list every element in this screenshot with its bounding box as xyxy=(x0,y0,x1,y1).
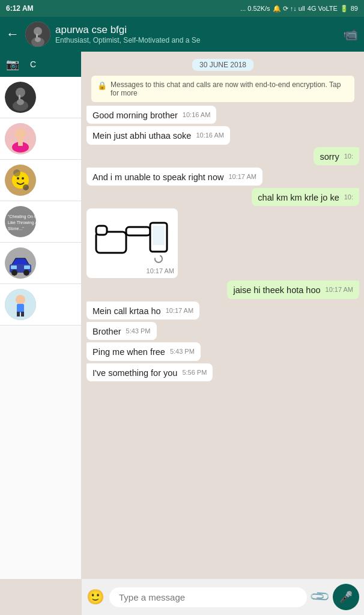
message-bubble: And i m unable to speak right now 10:17 … xyxy=(86,168,262,186)
message-bubble: Mein just abhi uthaa soke 10:16 AM xyxy=(86,126,230,144)
avatar xyxy=(5,289,36,320)
sticker-bubble: 10:17 AM xyxy=(86,208,178,278)
contact-avatar[interactable] xyxy=(25,22,50,47)
network-speed: ... 0.52K/s xyxy=(240,5,270,12)
message-bubble: Brother 5:43 PM xyxy=(86,322,157,340)
header-info: apurwa cse bfgi Enthusiast, Optimist, Se… xyxy=(55,24,338,44)
sticker-image xyxy=(90,212,174,266)
svg-point-18 xyxy=(13,169,20,177)
svg-text:Like Throwing Away: Like Throwing Away xyxy=(8,220,36,225)
svg-point-17 xyxy=(22,177,24,180)
lock-icon: 🔒 xyxy=(97,81,107,90)
svg-rect-34 xyxy=(21,312,24,317)
svg-rect-39 xyxy=(153,226,165,245)
message-bubble: jaise hi theek hota hoo 10:17 AM xyxy=(227,280,359,298)
svg-rect-13 xyxy=(18,139,23,146)
svg-rect-36 xyxy=(126,227,150,235)
message-bubble: sorry 10: xyxy=(314,147,359,165)
hand-sticker-icon xyxy=(93,214,171,265)
message-row: Brother 5:43 PM xyxy=(86,322,359,340)
message-row: Mein just abhi uthaa soke 10:16 AM xyxy=(86,126,359,144)
svg-text:"Cheating On Good Person: "Cheating On Good Person xyxy=(8,214,36,219)
status-indicators: ... 0.52K/s 🔔 ⟳ ↑↓ ull 4G VoLTE 🔋 89 xyxy=(240,5,358,13)
input-bar: 🙂 📎 🎤 xyxy=(82,579,364,615)
message-input[interactable] xyxy=(109,587,307,607)
signal-icons: 🔔 ⟳ ↑↓ ull xyxy=(273,5,305,13)
message-row: Good morning brother 10:16 AM xyxy=(86,106,359,124)
left-panel: 📷 C xyxy=(0,52,82,579)
avatar: "Cheating On Good Person Like Throwing A… xyxy=(5,206,36,237)
svg-point-9 xyxy=(17,99,24,105)
message-bubble: Good morning brother 10:16 AM xyxy=(86,106,216,124)
carrier: 4G VoLTE xyxy=(308,5,338,12)
message-row: Mein call krtaa ho 10:17 AM xyxy=(86,301,359,320)
message-row: And i m unable to speak right now 10:17 … xyxy=(86,168,359,186)
status-bar: 6:12 AM ... 0.52K/s 🔔 ⟳ ↑↓ ull 4G VoLTE … xyxy=(0,0,364,17)
left-panel-header: 📷 C xyxy=(0,52,81,77)
avatar xyxy=(5,82,36,113)
list-item[interactable]: "Cheating On Good Person Like Throwing A… xyxy=(0,201,81,243)
battery-level: 89 xyxy=(351,5,358,12)
svg-point-31 xyxy=(16,295,25,304)
svg-rect-32 xyxy=(17,304,24,312)
avatar xyxy=(5,247,36,279)
mic-icon: 🎤 xyxy=(339,590,353,604)
message-row: jaise hi theek hota hoo 10:17 AM xyxy=(86,280,359,298)
message-row: sorry 10: xyxy=(86,147,359,165)
list-item[interactable] xyxy=(0,284,81,326)
back-button[interactable]: ← xyxy=(6,26,19,42)
chat-header: ← apurwa cse bfgi Enthusiast, Optimist, … xyxy=(0,17,364,52)
avatar xyxy=(5,165,36,196)
status-time: 6:12 AM xyxy=(6,4,34,13)
date-badge: 30 JUNE 2018 xyxy=(86,59,359,71)
camera-icon[interactable]: 📷 xyxy=(6,58,19,71)
svg-point-4 xyxy=(35,37,41,42)
message-bubble: Ping me when free 5:43 PM xyxy=(86,342,201,360)
svg-rect-27 xyxy=(24,265,30,269)
svg-point-1 xyxy=(34,27,42,35)
mic-button[interactable]: 🎤 xyxy=(333,584,359,610)
emoji-button[interactable]: 🙂 xyxy=(86,589,105,605)
message-row: chal km km krle jo ke 10: xyxy=(86,188,359,206)
svg-point-19 xyxy=(23,184,29,190)
contact-name: apurwa cse bfgi xyxy=(55,24,338,36)
list-item[interactable] xyxy=(0,118,81,160)
svg-rect-37 xyxy=(96,226,107,235)
svg-point-28 xyxy=(11,270,17,276)
message-row: I've something for you 5:56 PM xyxy=(86,363,359,381)
message-bubble: I've something for you 5:56 PM xyxy=(86,363,213,381)
list-item[interactable] xyxy=(0,160,81,201)
message-row: Ping me when free 5:43 PM xyxy=(86,342,359,360)
message-row: 10:17 AM xyxy=(86,208,359,278)
svg-rect-33 xyxy=(17,312,20,317)
attach-icon[interactable]: 📎 xyxy=(309,586,331,608)
contact-status: Enthusiast, Optimist, Self-Motivated and… xyxy=(55,36,235,44)
svg-point-29 xyxy=(23,270,29,276)
chat-area: 30 JUNE 2018 🔒 Messages to this chat and… xyxy=(82,52,364,579)
message-bubble: Mein call krtaa ho 10:17 AM xyxy=(86,301,199,320)
battery-icon: 🔋 xyxy=(340,5,348,13)
encryption-notice: 🔒 Messages to this chat and calls are no… xyxy=(91,76,354,102)
svg-text:Stone...": Stone..." xyxy=(8,226,24,231)
video-call-icon[interactable]: 📹 xyxy=(343,27,358,41)
list-item[interactable] xyxy=(0,77,81,118)
avatar xyxy=(5,123,36,154)
list-item[interactable] xyxy=(0,243,81,284)
chats-label[interactable]: C xyxy=(30,59,36,69)
message-bubble: chal km km krle jo ke 10: xyxy=(252,188,359,206)
svg-point-16 xyxy=(17,177,19,180)
svg-point-11 xyxy=(15,129,26,139)
svg-rect-26 xyxy=(11,265,17,269)
header-actions: 📹 xyxy=(343,27,358,41)
svg-point-40 xyxy=(155,255,162,262)
